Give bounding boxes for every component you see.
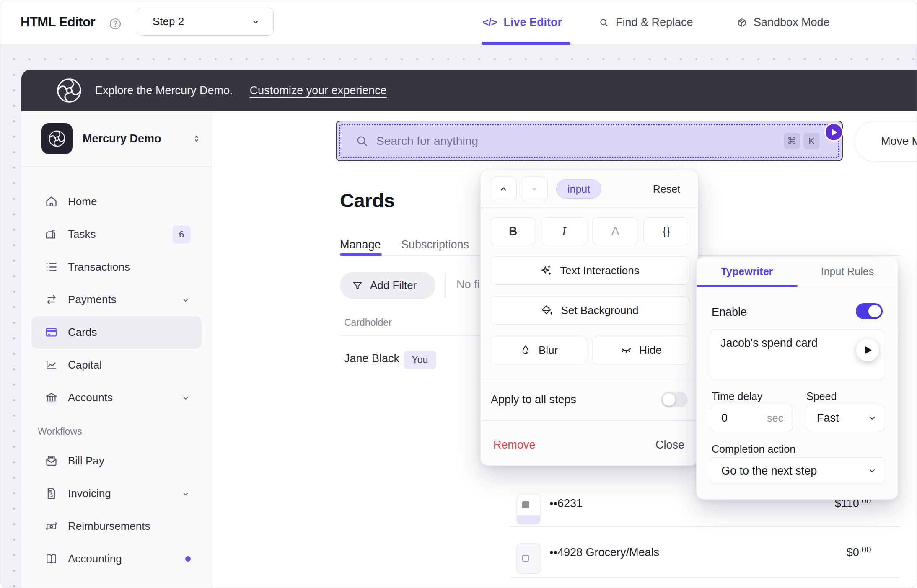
- select-parent-button[interactable]: [490, 177, 517, 201]
- sidebar-item-invoicing[interactable]: $ Invoicing: [31, 477, 202, 510]
- tab-subscriptions[interactable]: Subscriptions: [401, 238, 469, 251]
- screenshot-frame: Explore the Mercury Demo. Customize your…: [0, 0, 917, 588]
- org-logo: [41, 123, 73, 154]
- preview-play-button[interactable]: [856, 339, 879, 361]
- sidebar-item-payments[interactable]: Payments: [31, 284, 202, 316]
- search-placeholder: Search for anything: [376, 134, 478, 148]
- tab-typewriter[interactable]: Typewriter: [697, 257, 797, 286]
- speed-select[interactable]: Fast: [806, 405, 885, 431]
- sidebar-item-accounts[interactable]: Accounts: [31, 382, 202, 414]
- play-icon: [865, 346, 872, 354]
- apply-all-steps-toggle[interactable]: [661, 392, 688, 407]
- card-artwork-thumbnail: [517, 543, 540, 574]
- italic-button[interactable]: I: [541, 217, 587, 245]
- bill-pay-icon: [44, 454, 58, 468]
- selected-tag-badge: input: [556, 179, 601, 199]
- toggle-knob: [868, 305, 881, 317]
- paint-bucket-icon: [541, 304, 553, 317]
- card-stripe: [517, 515, 540, 524]
- search-bar-selection[interactable]: Search for anything ⌘ K: [336, 121, 843, 161]
- chevron-down-icon: [181, 295, 191, 305]
- card-row-name[interactable]: ••4928 Grocery/Meals: [549, 546, 659, 559]
- time-delay-unit: sec: [767, 412, 783, 424]
- selection-dotted-outline: Search for anything ⌘ K: [339, 124, 839, 158]
- text-interactions-button[interactable]: Text Interactions: [490, 256, 689, 285]
- tab-sandbox-mode[interactable]: Sandbox Mode: [737, 0, 830, 44]
- time-delay-input[interactable]: 0 sec: [710, 405, 793, 431]
- filter-funnel-icon: [352, 280, 363, 291]
- you-badge: You: [404, 351, 436, 369]
- capital-icon: [44, 358, 58, 372]
- chevron-up-icon: [498, 184, 508, 194]
- sidebar-item-reimbursements[interactable]: Reimbursements: [31, 510, 202, 543]
- cardholder-name[interactable]: Jane Black: [344, 352, 399, 365]
- sparkles-icon: [540, 264, 552, 277]
- sidebar-item-transactions[interactable]: Transactions: [31, 251, 202, 284]
- sidebar-item-tasks[interactable]: Tasks 6: [31, 218, 202, 251]
- move-money-button[interactable]: Move M: [855, 121, 917, 162]
- banner-message: Explore the Mercury Demo.: [95, 84, 233, 97]
- completion-action-label: Completion action: [712, 443, 795, 455]
- sidebar-item-accounting[interactable]: Accounting: [31, 543, 202, 575]
- bold-button[interactable]: B: [490, 217, 536, 245]
- typewriter-text-input[interactable]: Jacob's spend card: [710, 329, 885, 380]
- filter-status-text: No fi: [456, 278, 480, 291]
- row-divider: [510, 577, 900, 578]
- eye-closed-icon: [620, 344, 632, 356]
- reimbursements-icon: [44, 519, 58, 533]
- page-title: Cards: [340, 189, 395, 212]
- panel-divider: [481, 379, 698, 379]
- close-button[interactable]: Close: [655, 438, 684, 451]
- card-chip: [522, 555, 529, 562]
- tab-manage[interactable]: Manage: [340, 238, 381, 251]
- remove-button[interactable]: Remove: [493, 438, 536, 451]
- active-editor-tab-underline: [482, 42, 570, 45]
- customize-experience-link[interactable]: Customize your experience: [250, 84, 387, 97]
- chevron-down-icon: [181, 393, 191, 403]
- typewriter-text-value: Jacob's spend card: [720, 337, 818, 350]
- sidebar-item-capital[interactable]: Capital: [31, 349, 202, 382]
- payments-icon: [44, 293, 58, 307]
- enable-toggle[interactable]: [856, 303, 883, 319]
- cards-icon: [44, 325, 58, 339]
- card-chip: [522, 501, 529, 508]
- transactions-icon: [44, 260, 58, 274]
- active-tab-underline: [697, 285, 798, 287]
- workflows-section-label: Workflows: [38, 426, 202, 437]
- tab-input-rules[interactable]: Input Rules: [797, 257, 898, 286]
- card-row-name[interactable]: ••6231: [549, 497, 583, 510]
- invoicing-icon: $: [44, 487, 58, 500]
- chevron-down-icon: [529, 184, 539, 194]
- text-color-button[interactable]: A: [592, 217, 638, 245]
- sidebar-item-home[interactable]: Home: [31, 186, 202, 218]
- sandbox-cube-icon: [737, 18, 747, 28]
- editor-toolbar: HTML Editor Step 2 </> Live Editor Find …: [0, 0, 917, 45]
- reset-button[interactable]: Reset: [653, 183, 680, 195]
- select-child-button[interactable]: [521, 177, 548, 201]
- set-background-button[interactable]: Set Background: [490, 296, 689, 325]
- sidebar-item-bill-pay[interactable]: Bill Pay: [31, 445, 202, 477]
- step-selector[interactable]: Step 2: [137, 8, 274, 36]
- add-filter-button[interactable]: Add Filter: [340, 272, 435, 299]
- blur-button[interactable]: Blur: [490, 336, 587, 364]
- code-braces-button[interactable]: {}: [643, 217, 689, 245]
- tab-find-replace[interactable]: Find & Replace: [599, 0, 693, 44]
- demo-banner: Explore the Mercury Demo. Customize your…: [21, 70, 917, 111]
- org-switcher[interactable]: Mercury Demo: [21, 111, 212, 166]
- active-tab-underline: [340, 253, 382, 256]
- completion-action-select[interactable]: Go to the next step: [710, 457, 885, 484]
- accounts-icon: [44, 391, 58, 405]
- help-icon[interactable]: [109, 17, 122, 31]
- org-name: Mercury Demo: [83, 132, 161, 145]
- tasks-count-badge: 6: [172, 225, 191, 244]
- panel-divider: [481, 207, 698, 208]
- tab-live-editor[interactable]: </> Live Editor: [482, 0, 562, 44]
- sidebar-item-cards[interactable]: Cards: [31, 316, 202, 349]
- hide-button[interactable]: Hide: [592, 336, 689, 364]
- card-row-amount: $0.00: [787, 545, 871, 559]
- cmd-key: ⌘: [784, 133, 800, 149]
- panel-header: input Reset: [481, 170, 698, 207]
- apply-all-steps-label: Apply to all steps: [491, 393, 576, 406]
- selection-play-button[interactable]: [824, 123, 843, 142]
- enable-label: Enable: [712, 306, 747, 319]
